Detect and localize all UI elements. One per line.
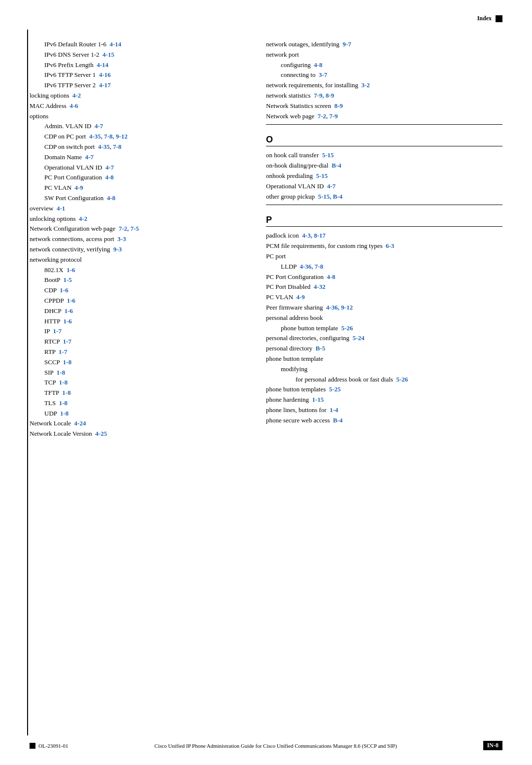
entry-link[interactable]: 4-15 — [102, 51, 114, 58]
entry-link[interactable]: 1-8 — [62, 389, 70, 396]
list-item: RTCP 1-7 — [30, 337, 246, 347]
list-item: CDP on PC port 4-35, 7-8, 9-12 — [30, 132, 246, 142]
entry-link[interactable]: 1-15 — [312, 396, 324, 403]
entry-text: PC Port Configuration — [44, 174, 105, 181]
entry-link[interactable]: 1-6 — [65, 307, 73, 314]
entry-link[interactable]: 4-17 — [99, 81, 111, 89]
entry-link[interactable]: 4-7 — [105, 164, 114, 171]
entry-link[interactable]: 9-3 — [113, 245, 122, 253]
entry-link[interactable]: B-5 — [316, 345, 326, 352]
entry-link[interactable]: 6-3 — [386, 242, 394, 249]
entry-text: networking protocol — [30, 256, 82, 263]
entry-link[interactable]: 4-35, 7-8 — [98, 143, 122, 150]
entry-link[interactable]: 4-7 — [327, 182, 335, 190]
entry-link[interactable]: 5-15 — [316, 172, 328, 179]
entry-link[interactable]: 1-8 — [59, 399, 67, 407]
list-item: phone button template — [266, 354, 502, 364]
entry-link[interactable]: 4-1 — [57, 205, 65, 212]
list-item: Network Statistics screen 8-9 — [266, 101, 502, 111]
entry-link[interactable]: 5-26 — [341, 324, 353, 332]
list-item: PC port — [266, 251, 502, 262]
list-item: TFTP 1-8 — [30, 388, 246, 398]
entry-link[interactable]: 4-7 — [85, 153, 94, 161]
entry-link[interactable]: 1-6 — [66, 266, 75, 274]
entry-link[interactable]: 4-8 — [314, 61, 322, 69]
left-column: IPv6 Default Router 1-6 4-14IPv6 DNS Ser… — [30, 39, 246, 439]
entry-link[interactable]: 5-26 — [396, 376, 408, 383]
entry-text: Operational VLAN ID — [44, 164, 105, 171]
entry-link[interactable]: 1-7 — [53, 327, 62, 335]
entry-link[interactable]: 4-35, 7-8, 9-12 — [89, 133, 128, 140]
entry-link[interactable]: 4-9 — [75, 184, 83, 191]
entry-text: CDP — [44, 286, 60, 294]
entry-link[interactable]: 4-2 — [72, 92, 81, 99]
entry-link[interactable]: 1-6 — [64, 317, 72, 325]
entry-link[interactable]: 3-3 — [117, 235, 126, 243]
list-item: CPPDP 1-6 — [30, 296, 246, 306]
entry-link[interactable]: 4-8 — [107, 194, 115, 202]
section-letter: O — [266, 135, 273, 144]
entry-text: phone button template — [281, 324, 341, 332]
entry-link[interactable]: 4-36, 9-12 — [326, 304, 353, 311]
entry-link[interactable]: 1-6 — [60, 286, 68, 294]
entry-link[interactable]: B-4 — [332, 162, 341, 169]
entry-link[interactable]: 1-8 — [60, 410, 68, 417]
list-item: PC VLAN 4-9 — [30, 183, 246, 193]
list-item: personal directory B-5 — [266, 344, 502, 354]
entry-link[interactable]: 1-4 — [330, 406, 338, 414]
entry-link[interactable]: 4-25 — [95, 430, 107, 437]
list-item: IPv6 DNS Server 1-2 4-15 — [30, 50, 246, 60]
entry-link[interactable]: 8-9 — [334, 102, 343, 109]
list-item: PC VLAN 4-9 — [266, 292, 502, 303]
entry-link[interactable]: 1-8 — [57, 369, 65, 376]
entry-text: LLDP — [281, 263, 300, 270]
entry-link[interactable]: 4-6 — [69, 102, 78, 109]
entry-link[interactable]: 5-24 — [353, 334, 365, 342]
entry-link[interactable]: 7-2, 7-9 — [318, 112, 338, 120]
entry-text: Domain Name — [44, 153, 85, 161]
entry-link[interactable]: 1-8 — [63, 358, 71, 366]
entry-text: network port — [266, 51, 299, 58]
entry-text: PCM file requirements, for custom ring t… — [266, 242, 386, 249]
entry-link[interactable]: 4-32 — [314, 283, 326, 290]
entry-link[interactable]: 1-8 — [59, 379, 67, 386]
entry-link[interactable]: 5-25 — [329, 385, 341, 393]
entry-link[interactable]: 4-36, 7-8 — [300, 263, 324, 270]
list-item: phone hardening 1-15 — [266, 395, 502, 405]
entry-link[interactable]: 4-8 — [327, 273, 335, 280]
entry-link[interactable]: 4-16 — [99, 71, 111, 78]
entry-text: IP — [44, 327, 53, 335]
entry-text: RTCP — [44, 338, 63, 345]
list-item: IPv6 Default Router 1-6 4-14 — [30, 39, 246, 50]
entry-text: SW Port Configuration — [44, 194, 107, 202]
entry-link[interactable]: 3-7 — [319, 71, 327, 78]
entry-link[interactable]: 4-2 — [79, 215, 87, 222]
entry-link[interactable]: 4-24 — [74, 419, 86, 427]
entry-link[interactable]: 4-3, 8-17 — [302, 232, 326, 239]
entry-link[interactable]: 7-2, 7-5 — [119, 225, 139, 232]
entry-link[interactable]: 1-5 — [64, 276, 72, 283]
list-item: network statistics 7-9, 8-9 — [266, 91, 502, 101]
list-item: network port — [266, 50, 502, 60]
page-header: Index — [477, 15, 502, 22]
entry-link[interactable]: 9-7 — [343, 40, 351, 48]
entry-text: IPv6 TFTP Server 2 — [44, 81, 99, 89]
list-item: Peer firmware sharing 4-36, 9-12 — [266, 303, 502, 313]
entry-link[interactable]: 1-7 — [59, 348, 67, 355]
list-item: UDP 1-8 — [30, 409, 246, 419]
entry-link[interactable]: 5-15, B-4 — [318, 193, 342, 200]
entry-link[interactable]: 3-2 — [362, 81, 370, 89]
entry-link[interactable]: 1-7 — [63, 338, 71, 345]
list-item: Operational VLAN ID 4-7 — [30, 163, 246, 173]
entry-link[interactable]: 5-15 — [322, 151, 334, 159]
entry-link[interactable]: 1-6 — [67, 297, 75, 304]
entry-text: Admin. VLAN ID — [44, 122, 95, 130]
entry-link[interactable]: 4-7 — [95, 122, 103, 130]
entry-link[interactable]: 7-9, 8-9 — [314, 92, 334, 99]
entry-text: network connectivity, verifying — [30, 245, 113, 253]
entry-link[interactable]: 4-14 — [110, 40, 122, 48]
entry-link[interactable]: 4-8 — [105, 174, 114, 181]
entry-link[interactable]: 4-14 — [97, 61, 108, 69]
entry-link[interactable]: B-4 — [333, 417, 343, 424]
entry-link[interactable]: 4-9 — [297, 293, 305, 301]
